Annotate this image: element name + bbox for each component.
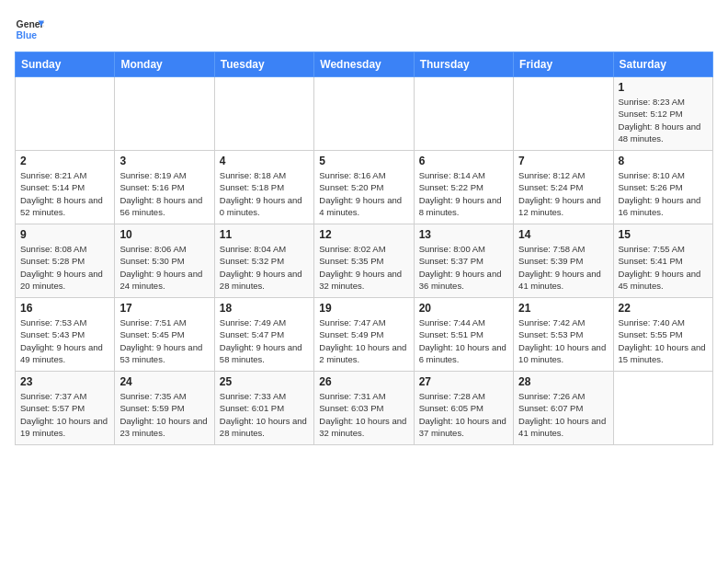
day-info: Sunrise: 8:10 AM Sunset: 5:26 PM Dayligh…: [619, 169, 708, 218]
day-info: Sunrise: 7:42 AM Sunset: 5:53 PM Dayligh…: [518, 316, 608, 365]
day-number: 1: [619, 81, 708, 94]
day-number: 11: [220, 228, 309, 241]
day-info: Sunrise: 8:19 AM Sunset: 5:16 PM Dayligh…: [119, 169, 209, 218]
calendar-week-row: 1Sunrise: 8:23 AM Sunset: 5:12 PM Daylig…: [16, 77, 713, 151]
svg-text:Blue: Blue: [17, 30, 38, 40]
calendar-week-row: 2Sunrise: 8:21 AM Sunset: 5:14 PM Daylig…: [16, 151, 713, 224]
day-number: 5: [319, 155, 408, 167]
day-number: 25: [220, 375, 309, 388]
day-number: 10: [119, 228, 209, 241]
calendar-day-cell: 10Sunrise: 8:06 AM Sunset: 5:30 PM Dayli…: [115, 224, 214, 298]
calendar-day-cell: 26Sunrise: 7:31 AM Sunset: 6:03 PM Dayli…: [314, 372, 414, 445]
day-number: 24: [119, 375, 209, 388]
calendar-day-cell: 25Sunrise: 7:33 AM Sunset: 6:01 PM Dayli…: [214, 372, 313, 445]
logo: General Blue: [15, 15, 44, 44]
day-number: 8: [619, 155, 708, 167]
day-info: Sunrise: 8:18 AM Sunset: 5:18 PM Dayligh…: [220, 169, 309, 218]
day-number: 15: [619, 228, 708, 241]
day-number: 13: [419, 228, 508, 241]
day-number: 21: [518, 302, 608, 315]
day-info: Sunrise: 8:23 AM Sunset: 5:12 PM Dayligh…: [619, 96, 708, 144]
calendar-day-cell: 19Sunrise: 7:47 AM Sunset: 5:49 PM Dayli…: [314, 298, 414, 372]
calendar-day-cell: 15Sunrise: 7:55 AM Sunset: 5:41 PM Dayli…: [613, 224, 712, 298]
day-number: 27: [419, 375, 508, 388]
calendar-day-cell: 14Sunrise: 7:58 AM Sunset: 5:39 PM Dayli…: [514, 224, 613, 298]
day-info: Sunrise: 7:33 AM Sunset: 6:01 PM Dayligh…: [220, 390, 309, 439]
day-info: Sunrise: 8:04 AM Sunset: 5:32 PM Dayligh…: [220, 243, 309, 292]
day-info: Sunrise: 7:55 AM Sunset: 5:41 PM Dayligh…: [619, 243, 708, 292]
day-number: 9: [20, 228, 109, 241]
day-info: Sunrise: 7:58 AM Sunset: 5:39 PM Dayligh…: [518, 243, 608, 292]
calendar-day-cell: 2Sunrise: 8:21 AM Sunset: 5:14 PM Daylig…: [16, 151, 115, 224]
day-number: 18: [220, 302, 309, 315]
weekday-header-row: SundayMondayTuesdayWednesdayThursdayFrid…: [16, 52, 713, 77]
calendar-day-cell: 16Sunrise: 7:53 AM Sunset: 5:43 PM Dayli…: [16, 298, 115, 372]
calendar-week-row: 9Sunrise: 8:08 AM Sunset: 5:28 PM Daylig…: [16, 224, 713, 298]
day-number: 7: [518, 155, 608, 167]
calendar-day-cell: 6Sunrise: 8:14 AM Sunset: 5:22 PM Daylig…: [414, 151, 513, 224]
weekday-header-friday: Friday: [514, 52, 613, 77]
calendar-day-cell: 28Sunrise: 7:26 AM Sunset: 6:07 PM Dayli…: [514, 372, 613, 445]
weekday-header-monday: Monday: [115, 52, 214, 77]
calendar-day-cell: 22Sunrise: 7:40 AM Sunset: 5:55 PM Dayli…: [613, 298, 712, 372]
weekday-header-sunday: Sunday: [16, 52, 115, 77]
day-number: 17: [119, 302, 209, 315]
weekday-header-tuesday: Tuesday: [214, 52, 313, 77]
day-number: 6: [419, 155, 508, 167]
calendar-day-cell: [514, 77, 613, 151]
day-info: Sunrise: 7:40 AM Sunset: 5:55 PM Dayligh…: [619, 316, 708, 365]
day-info: Sunrise: 7:44 AM Sunset: 5:51 PM Dayligh…: [419, 316, 508, 365]
day-number: 4: [220, 155, 309, 167]
calendar-day-cell: 9Sunrise: 8:08 AM Sunset: 5:28 PM Daylig…: [16, 224, 115, 298]
day-number: 28: [518, 375, 608, 388]
day-info: Sunrise: 7:31 AM Sunset: 6:03 PM Dayligh…: [319, 390, 408, 439]
calendar-day-cell: [613, 372, 712, 445]
day-number: 3: [119, 155, 209, 167]
day-number: 16: [20, 302, 109, 315]
calendar-day-cell: 24Sunrise: 7:35 AM Sunset: 5:59 PM Dayli…: [115, 372, 214, 445]
calendar-week-row: 16Sunrise: 7:53 AM Sunset: 5:43 PM Dayli…: [16, 298, 713, 372]
calendar-day-cell: 4Sunrise: 8:18 AM Sunset: 5:18 PM Daylig…: [214, 151, 313, 224]
page-header: General Blue: [15, 15, 713, 44]
day-info: Sunrise: 8:02 AM Sunset: 5:35 PM Dayligh…: [319, 243, 408, 292]
day-number: 14: [518, 228, 608, 241]
day-info: Sunrise: 7:28 AM Sunset: 6:05 PM Dayligh…: [419, 390, 508, 439]
calendar-day-cell: 12Sunrise: 8:02 AM Sunset: 5:35 PM Dayli…: [314, 224, 414, 298]
calendar-day-cell: 20Sunrise: 7:44 AM Sunset: 5:51 PM Dayli…: [414, 298, 513, 372]
day-info: Sunrise: 8:08 AM Sunset: 5:28 PM Dayligh…: [20, 243, 109, 292]
logo-icon: General Blue: [15, 15, 44, 44]
day-number: 22: [619, 302, 708, 315]
calendar-week-row: 23Sunrise: 7:37 AM Sunset: 5:57 PM Dayli…: [16, 372, 713, 445]
weekday-header-thursday: Thursday: [414, 52, 513, 77]
day-info: Sunrise: 8:14 AM Sunset: 5:22 PM Dayligh…: [419, 169, 508, 218]
day-number: 20: [419, 302, 508, 315]
calendar-day-cell: 18Sunrise: 7:49 AM Sunset: 5:47 PM Dayli…: [214, 298, 313, 372]
day-info: Sunrise: 8:06 AM Sunset: 5:30 PM Dayligh…: [119, 243, 209, 292]
weekday-header-saturday: Saturday: [613, 52, 712, 77]
day-number: 26: [319, 375, 408, 388]
day-info: Sunrise: 7:37 AM Sunset: 5:57 PM Dayligh…: [20, 390, 109, 439]
day-number: 12: [319, 228, 408, 241]
day-info: Sunrise: 7:47 AM Sunset: 5:49 PM Dayligh…: [319, 316, 408, 365]
day-info: Sunrise: 8:12 AM Sunset: 5:24 PM Dayligh…: [518, 169, 608, 218]
day-info: Sunrise: 7:53 AM Sunset: 5:43 PM Dayligh…: [20, 316, 109, 365]
day-number: 23: [20, 375, 109, 388]
calendar-day-cell: 7Sunrise: 8:12 AM Sunset: 5:24 PM Daylig…: [514, 151, 613, 224]
day-info: Sunrise: 8:21 AM Sunset: 5:14 PM Dayligh…: [20, 169, 109, 218]
calendar-day-cell: [314, 77, 414, 151]
calendar-day-cell: [16, 77, 115, 151]
calendar-day-cell: 13Sunrise: 8:00 AM Sunset: 5:37 PM Dayli…: [414, 224, 513, 298]
calendar-day-cell: [214, 77, 313, 151]
calendar-day-cell: 11Sunrise: 8:04 AM Sunset: 5:32 PM Dayli…: [214, 224, 313, 298]
weekday-header-wednesday: Wednesday: [314, 52, 414, 77]
calendar-day-cell: 5Sunrise: 8:16 AM Sunset: 5:20 PM Daylig…: [314, 151, 414, 224]
day-info: Sunrise: 8:00 AM Sunset: 5:37 PM Dayligh…: [419, 243, 508, 292]
calendar-day-cell: [414, 77, 513, 151]
calendar-day-cell: 21Sunrise: 7:42 AM Sunset: 5:53 PM Dayli…: [514, 298, 613, 372]
day-info: Sunrise: 7:35 AM Sunset: 5:59 PM Dayligh…: [119, 390, 209, 439]
calendar-day-cell: 3Sunrise: 8:19 AM Sunset: 5:16 PM Daylig…: [115, 151, 214, 224]
calendar-day-cell: 8Sunrise: 8:10 AM Sunset: 5:26 PM Daylig…: [613, 151, 712, 224]
calendar-day-cell: [115, 77, 214, 151]
calendar-day-cell: 17Sunrise: 7:51 AM Sunset: 5:45 PM Dayli…: [115, 298, 214, 372]
calendar-table: SundayMondayTuesdayWednesdayThursdayFrid…: [15, 52, 713, 445]
